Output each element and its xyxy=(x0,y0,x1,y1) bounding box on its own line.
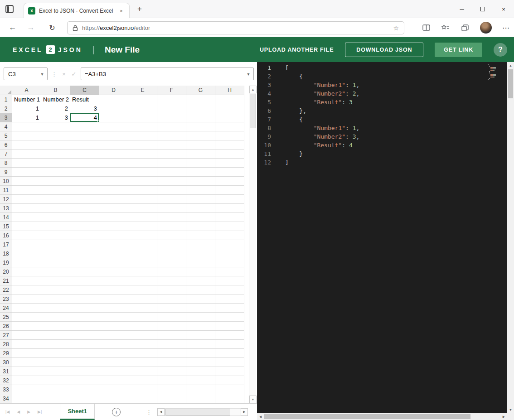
cell-E28[interactable] xyxy=(128,340,157,349)
cell-D1[interactable] xyxy=(99,95,128,104)
cell-F17[interactable] xyxy=(157,240,186,249)
cell-B22[interactable] xyxy=(41,285,70,294)
upload-another-file-button[interactable]: UPLOAD ANOTHER FILE xyxy=(260,47,334,53)
cell-A28[interactable] xyxy=(12,340,41,349)
cell-G22[interactable] xyxy=(186,285,215,294)
row-header-28[interactable]: 28 xyxy=(0,340,12,349)
cell-C32[interactable] xyxy=(70,376,99,385)
cell-D21[interactable] xyxy=(99,276,128,285)
cell-E32[interactable] xyxy=(128,376,157,385)
cell-A12[interactable] xyxy=(12,195,41,204)
cell-B33[interactable] xyxy=(41,385,70,394)
row-header-9[interactable]: 9 xyxy=(0,168,12,177)
cell-C9[interactable] xyxy=(70,168,99,177)
editor-line-8[interactable]: 8 "Number1": 1, xyxy=(257,124,507,132)
cell-B10[interactable] xyxy=(41,177,70,186)
cell-H22[interactable] xyxy=(215,285,244,294)
cell-C20[interactable] xyxy=(70,267,99,276)
cell-D12[interactable] xyxy=(99,195,128,204)
row-header-4[interactable]: 4 xyxy=(0,122,12,131)
editor-line-12[interactable]: 12] xyxy=(257,158,507,167)
editor-line-10[interactable]: 10 "Result": 4 xyxy=(257,141,507,150)
cell-C4[interactable] xyxy=(70,122,99,131)
cell-D17[interactable] xyxy=(99,240,128,249)
row-header-5[interactable]: 5 xyxy=(0,131,12,140)
scroll-down-icon[interactable]: ▼ xyxy=(507,406,514,413)
cell-A3[interactable]: 1 xyxy=(12,113,41,122)
cell-F21[interactable] xyxy=(157,276,186,285)
cell-C11[interactable] xyxy=(70,186,99,195)
scroll-left-icon[interactable]: ◀ xyxy=(257,413,264,420)
cell-H3[interactable] xyxy=(215,113,244,122)
column-header-B[interactable]: B xyxy=(41,86,70,95)
name-box-dropdown-icon[interactable]: ▾ xyxy=(37,72,47,77)
row-header-32[interactable]: 32 xyxy=(0,376,12,385)
add-sheet-button[interactable]: + xyxy=(112,408,121,416)
cell-D23[interactable] xyxy=(99,294,128,304)
cell-G5[interactable] xyxy=(186,131,215,140)
cell-B29[interactable] xyxy=(41,349,70,358)
editor-lines[interactable]: 1[2 {3 "Number1": 1,4 "Number2": 2,5 "Re… xyxy=(257,63,507,413)
cell-D13[interactable] xyxy=(99,204,128,213)
cell-H33[interactable] xyxy=(215,385,244,394)
cell-H25[interactable] xyxy=(215,313,244,322)
cell-A2[interactable]: 1 xyxy=(12,104,41,113)
cell-A15[interactable] xyxy=(12,222,41,231)
cell-D29[interactable] xyxy=(99,349,128,358)
cell-H23[interactable] xyxy=(215,294,244,304)
cell-D18[interactable] xyxy=(99,249,128,258)
cell-A10[interactable] xyxy=(12,177,41,186)
cell-D20[interactable] xyxy=(99,267,128,276)
editor-hscroll-thumb[interactable] xyxy=(264,414,470,419)
cell-E20[interactable] xyxy=(128,267,157,276)
cell-H2[interactable] xyxy=(215,104,244,113)
row-header-8[interactable]: 8 xyxy=(0,159,12,168)
editor-line-6[interactable]: 6 }, xyxy=(257,106,507,115)
cell-G2[interactable] xyxy=(186,104,215,113)
cell-G25[interactable] xyxy=(186,313,215,322)
row-header-14[interactable]: 14 xyxy=(0,213,12,222)
cell-C28[interactable] xyxy=(70,340,99,349)
cell-F19[interactable] xyxy=(157,258,186,267)
cell-B1[interactable]: Number 2 xyxy=(41,95,70,104)
cell-D7[interactable] xyxy=(99,150,128,159)
select-all-corner[interactable] xyxy=(0,86,12,95)
cell-E17[interactable] xyxy=(128,240,157,249)
cell-F26[interactable] xyxy=(157,322,186,331)
cell-E26[interactable] xyxy=(128,322,157,331)
cell-F15[interactable] xyxy=(157,222,186,231)
cell-G16[interactable] xyxy=(186,231,215,240)
cell-E30[interactable] xyxy=(128,358,157,367)
back-button[interactable]: ← xyxy=(6,19,19,37)
column-header-H[interactable]: H xyxy=(215,86,244,95)
cell-A34[interactable] xyxy=(12,394,41,403)
cell-A22[interactable] xyxy=(12,285,41,294)
first-sheet-button[interactable]: |◀ xyxy=(5,410,10,414)
cell-D14[interactable] xyxy=(99,213,128,222)
cell-C17[interactable] xyxy=(70,240,99,249)
cell-G26[interactable] xyxy=(186,322,215,331)
cell-H11[interactable] xyxy=(215,186,244,195)
row-header-6[interactable]: 6 xyxy=(0,140,12,150)
cell-E14[interactable] xyxy=(128,213,157,222)
cell-E22[interactable] xyxy=(128,285,157,294)
add-favorite-icon[interactable]: ☆ xyxy=(393,24,399,32)
cell-B27[interactable] xyxy=(41,331,70,340)
cell-A8[interactable] xyxy=(12,159,41,168)
cell-H15[interactable] xyxy=(215,222,244,231)
cell-F28[interactable] xyxy=(157,340,186,349)
last-sheet-button[interactable]: ▶| xyxy=(38,410,42,414)
cell-B13[interactable] xyxy=(41,204,70,213)
cell-D25[interactable] xyxy=(99,313,128,322)
cell-B32[interactable] xyxy=(41,376,70,385)
cell-C15[interactable] xyxy=(70,222,99,231)
cell-A33[interactable] xyxy=(12,385,41,394)
help-button[interactable]: ? xyxy=(494,43,507,57)
cell-F11[interactable] xyxy=(157,186,186,195)
cell-C8[interactable] xyxy=(70,159,99,168)
cell-B17[interactable] xyxy=(41,240,70,249)
cell-C14[interactable] xyxy=(70,213,99,222)
cell-H13[interactable] xyxy=(215,204,244,213)
cell-C13[interactable] xyxy=(70,204,99,213)
row-header-21[interactable]: 21 xyxy=(0,276,12,285)
